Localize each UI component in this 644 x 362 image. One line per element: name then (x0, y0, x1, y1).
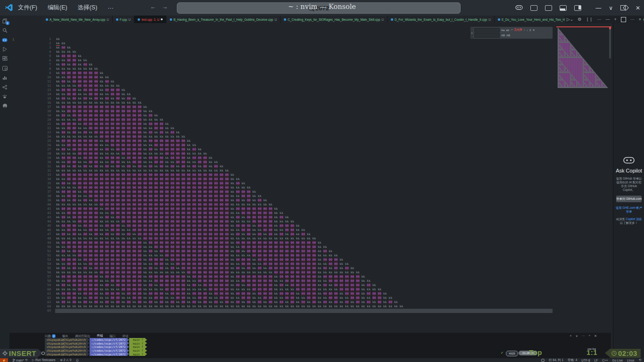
find-in-selection-button[interactable]: ≡ (529, 29, 531, 32)
paw-icon[interactable] (2, 93, 8, 99)
tab[interactable]: F.cppU (113, 16, 134, 23)
status-item[interactable]: Linux (627, 359, 635, 362)
search-status-icon[interactable] (541, 359, 545, 362)
editor-line: 20kk kk kk kk 00 00 00 00 00 00 00 00 00… (9, 118, 403, 122)
editor-area[interactable]: 1 1kk2kk kk3kk 00 kk4kk kk kk kk5kk 00 0… (9, 23, 613, 333)
line-content: kk kk kk kk 00 00 00 00 00 00 00 00 00 0… (56, 186, 250, 190)
ghe-signin-link[interactable]: 使用 GHE.com 帐户登录 (616, 206, 642, 214)
tab[interactable]: A_New_World_New_Me_New_Array.cppU (42, 16, 113, 23)
line-content: kk 00 kk 00 kk 00 kk 00 00 00 00 00 00 0… (56, 266, 354, 271)
terminal-prompt-line: chiyoyuki@ChiyoYukiArch~/codes/xcpc/cf/2… (45, 345, 147, 349)
tab[interactable]: B_Having_Been_a_Treasurer_In_the_Past_I_… (166, 16, 281, 23)
panel-action[interactable]: ∨ (576, 334, 578, 338)
editor-line: 33kk 00 00 00 00 00 00 00 00 00 00 00 00… (9, 173, 403, 177)
problems-summary[interactable]: ⊗ 2 ⚠ 0 (60, 358, 71, 362)
copilot-title: Ask Copilot (613, 168, 644, 173)
status-item[interactable]: UTF-8 (581, 359, 590, 362)
replace-input[interactable] (474, 33, 500, 38)
scrollbar-slider[interactable] (609, 27, 611, 58)
layout-grid-icon[interactable] (530, 5, 537, 11)
status-item[interactable]: 行 64, 列 1 (549, 358, 563, 362)
menu-item[interactable]: 编辑(E) (48, 4, 67, 12)
github-signin-button[interactable]: 登录到 GitHub.com (616, 196, 642, 202)
editor-line: 45kk 00 00 00 kk 00 00 00 kk 00 00 00 kk… (9, 224, 403, 228)
share-icon[interactable] (2, 84, 8, 90)
menu-item[interactable]: 文件(F) (18, 4, 37, 12)
panel-bottom-icon[interactable] (560, 5, 567, 11)
extensions-icon[interactable] (2, 56, 8, 62)
settings-gear-icon[interactable]: ⚙ (578, 17, 581, 22)
remote-extension-icon[interactable] (2, 37, 8, 43)
next-match-button[interactable]: ↓ (527, 29, 528, 32)
run-testcases-button[interactable]: ▷ Run Testcases (32, 358, 55, 362)
tab-badge: U (129, 18, 131, 21)
panel-action[interactable]: + (570, 334, 572, 338)
gear-icon (2, 351, 8, 356)
menu-item[interactable]: 选择(S) (78, 4, 98, 12)
regex-toggle[interactable]: .* (511, 29, 512, 32)
line-number: 15 (9, 97, 51, 101)
remote-indicator[interactable]: ⚡ (0, 358, 8, 362)
restore-icon[interactable] (621, 17, 626, 22)
run-debug-icon[interactable] (2, 46, 8, 52)
line-number: 41 (9, 207, 51, 211)
match-case-toggle[interactable]: Aa (501, 29, 504, 32)
walkthrough-link[interactable]: Copilot 演练 (626, 217, 642, 221)
run-button[interactable]: ▷⌄ (567, 17, 573, 22)
github-icon[interactable] (2, 103, 8, 109)
more-actions-icon[interactable]: ··· (597, 17, 601, 22)
search-icon[interactable] (2, 27, 8, 33)
files-icon[interactable]: 1 (2, 18, 8, 24)
editor-line: 3kk 00 kk (9, 46, 403, 50)
live-preview-icon[interactable] (2, 65, 8, 71)
replace-all-button[interactable]: AB (506, 34, 510, 37)
menu-item[interactable]: ··· (107, 5, 114, 11)
panel-left-icon[interactable] (545, 5, 552, 11)
close-find-button[interactable]: ✕ (533, 28, 535, 32)
chart-icon[interactable] (2, 74, 8, 81)
replace-one-button[interactable]: AB (501, 34, 505, 37)
panel-action[interactable]: ^ (589, 334, 590, 338)
bell-icon[interactable] (76, 359, 79, 362)
prev-match-button[interactable]: ↑ (524, 29, 525, 32)
panel-action[interactable]: ✕ (594, 334, 597, 338)
chevron-down-icon[interactable]: ∨ (609, 5, 613, 11)
editor-line: 35kk 00 kk 00 00 00 00 00 00 00 00 00 00… (9, 181, 403, 186)
split-editor-icon[interactable]: ❘❘ (586, 17, 593, 22)
minimize-icon[interactable]: — (605, 17, 610, 22)
panel-action[interactable]: ··· (582, 334, 585, 338)
close-button[interactable]: ✕ (636, 5, 640, 11)
line-content: kk 00 00 00 kk 00 00 00 00 00 00 00 00 0… (56, 190, 256, 194)
status-item[interactable]: ⟲ (639, 358, 641, 362)
terminal-output[interactable]: chiyoyuki@ChiyoYukiArch~/codes/xcpc/cf/2… (45, 338, 147, 356)
panel-right-icon[interactable] (574, 5, 581, 11)
close-icon[interactable]: × (639, 17, 641, 22)
whole-word-toggle[interactable]: ab (506, 29, 509, 32)
new-tab-plus-icon[interactable]: + (614, 17, 616, 22)
tab[interactable]: C_Creating_Keys_for_StORages_Has_Become_… (281, 16, 388, 23)
line-content: kk kk 00 00 kk kk 00 00 kk kk 00 00 kk k… (56, 228, 305, 232)
status-item[interactable]: C++ (602, 359, 608, 362)
editor-line: 52kk kk kk kk 00 00 00 00 00 00 00 00 00… (9, 254, 403, 258)
editor-line: 57kk 00 00 00 00 00 00 00 kk 00 00 00 00… (9, 275, 403, 279)
minimize-button[interactable]: — (595, 5, 601, 11)
status-item[interactable]: Go Live (612, 359, 623, 362)
nav-history-arrows[interactable]: ←→ (150, 3, 173, 10)
tab[interactable]: test.cpp2, U (134, 16, 166, 23)
line-content: kk kk 00 00 kk kk 00 00 kk kk 00 00 kk k… (56, 92, 131, 97)
status-item[interactable]: LF (594, 359, 598, 362)
line-content: kk kk kk kk kk kk kk kk 00 00 00 00 00 0… (56, 135, 185, 139)
find-input[interactable] (474, 28, 500, 33)
line-content: kk kk 00 00 00 00 00 00 kk kk 00 00 00 0… (56, 143, 196, 148)
line-number: 19 (9, 114, 51, 118)
line-number: 12 (9, 84, 51, 88)
line-number: 65 (9, 309, 51, 313)
copilot-icon[interactable] (515, 5, 523, 10)
tab[interactable]: D_For_Wizards_the_Exam_Is_Easy_but_I_Cou… (388, 16, 495, 23)
status-item[interactable]: 空格: 4 (568, 358, 577, 362)
tab-badge: U (274, 18, 277, 21)
editor-line: 56kk kk kk kk kk kk kk kk 00 00 00 00 00… (9, 271, 403, 275)
minimap[interactable] (556, 28, 609, 89)
overflow-icon[interactable]: ··· (630, 17, 635, 22)
git-branch-item[interactable]: main*⟲ (13, 358, 27, 362)
